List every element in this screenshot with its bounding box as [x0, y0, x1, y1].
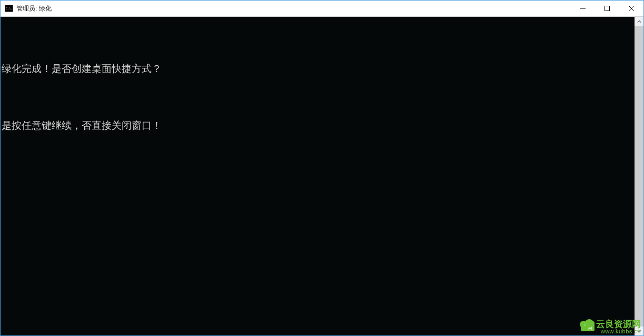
cmd-icon-text: C:\. — [6, 7, 12, 10]
chevron-up-icon — [637, 19, 641, 24]
maximize-icon — [605, 6, 610, 11]
close-button[interactable] — [619, 1, 643, 16]
scroll-down-button[interactable] — [635, 327, 643, 335]
window-controls — [571, 1, 643, 16]
scroll-thumb[interactable] — [635, 26, 643, 327]
console-line: 是按任意键继续，否直接关闭窗口！ — [2, 116, 633, 135]
scroll-up-button[interactable] — [635, 17, 643, 26]
console-line: 绿化完成！是否创建桌面快捷方式？ — [2, 59, 633, 78]
vertical-scrollbar[interactable] — [635, 17, 643, 335]
console-content[interactable]: 绿化完成！是否创建桌面快捷方式？ 是按任意键继续，否直接关闭窗口！ — [1, 17, 635, 335]
chevron-down-icon — [637, 329, 641, 333]
minimize-button[interactable] — [571, 1, 595, 16]
svg-rect-1 — [605, 6, 610, 11]
window-title: 管理员: 绿化 — [16, 4, 52, 13]
console-body: 绿化完成！是否创建桌面快捷方式？ 是按任意键继续，否直接关闭窗口！ — [1, 17, 643, 335]
minimize-icon — [580, 6, 586, 11]
close-icon — [629, 6, 634, 11]
titlebar[interactable]: C:\. 管理员: 绿化 — [1, 1, 643, 17]
cmd-icon: C:\. — [5, 5, 13, 12]
console-window: C:\. 管理员: 绿化 绿化完成！是否创建桌面快捷方式？ 是按任意键继续，否直… — [0, 0, 644, 336]
scroll-track[interactable] — [635, 26, 643, 327]
maximize-button[interactable] — [595, 1, 619, 16]
